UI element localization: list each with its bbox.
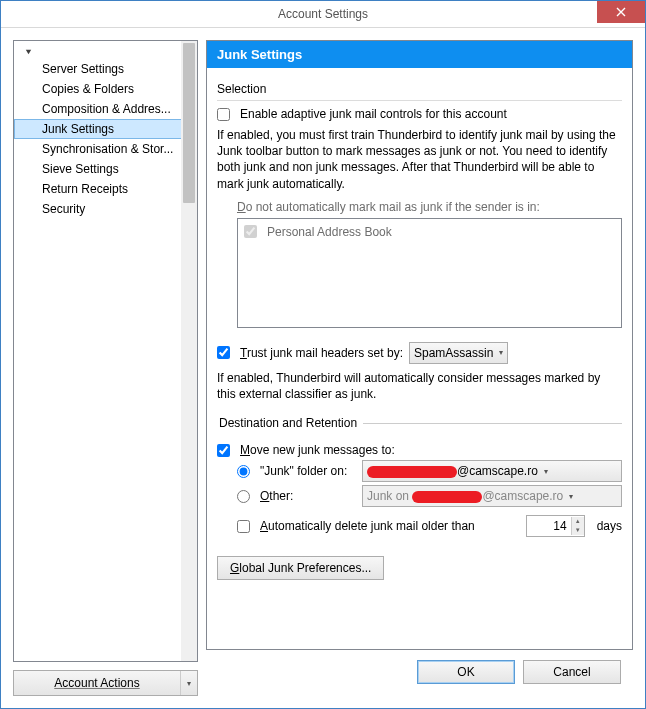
junk-folder-combo[interactable]: @camscape.ro ▾	[362, 460, 622, 482]
account-tree: Server SettingsCopies & FoldersCompositi…	[13, 40, 198, 662]
sidebar-item[interactable]: Composition & Addres...	[14, 99, 197, 119]
other-folder-combo[interactable]: Junk on @camscape.ro ▾	[362, 485, 622, 507]
junk-folder-row[interactable]: "Junk" folder on: @camscape.ro ▾	[237, 460, 622, 482]
account-actions-dropdown[interactable]: ▾	[180, 671, 197, 695]
other-folder-row[interactable]: Other: Junk on @camscape.ro ▾	[237, 485, 622, 507]
whitelist-label: Do not automatically mark mail as junk i…	[237, 200, 622, 214]
sidebar-item[interactable]: Security	[14, 199, 197, 219]
dialog-footer: OK Cancel	[206, 650, 633, 696]
destination-fieldset: Destination and Retention Move new junk …	[217, 416, 622, 540]
trust-headers-help: If enabled, Thunderbird will automatical…	[217, 370, 622, 402]
sidebar-item[interactable]: Sieve Settings	[14, 159, 197, 179]
autodelete-days-spinner[interactable]: ▲▼	[526, 515, 585, 537]
section-selection-label: Selection	[217, 82, 622, 96]
destination-legend: Destination and Retention	[217, 416, 363, 430]
sidebar-scrollbar[interactable]	[181, 41, 197, 661]
sidebar-item[interactable]: Copies & Folders	[14, 79, 197, 99]
window-title: Account Settings	[1, 7, 645, 21]
enable-adaptive-label: Enable adaptive junk mail controls for t…	[240, 107, 507, 121]
sidebar: Server SettingsCopies & FoldersCompositi…	[13, 40, 198, 696]
account-actions-label: Account Actions	[54, 676, 139, 690]
move-junk-checkbox[interactable]	[217, 444, 230, 457]
move-junk-label: Move new junk messages to:	[240, 443, 395, 457]
enable-adaptive-help: If enabled, you must first train Thunder…	[217, 127, 622, 192]
whitelist-item-label: Personal Address Book	[267, 225, 392, 239]
chevron-down-icon	[24, 47, 33, 56]
other-folder-radio[interactable]	[237, 490, 250, 503]
whitelist-listbox: Personal Address Book	[237, 218, 622, 328]
autodelete-checkbox[interactable]	[237, 520, 250, 533]
global-junk-prefs-button[interactable]: Global Junk Preferences...	[217, 556, 384, 580]
spin-up-icon[interactable]: ▲	[572, 517, 584, 526]
autodelete-unit: days	[597, 519, 622, 533]
trust-headers-combo[interactable]: SpamAssassin ▾	[409, 342, 508, 364]
other-folder-value: Junk on @camscape.ro	[367, 489, 563, 503]
cancel-button[interactable]: Cancel	[523, 660, 621, 684]
scrollbar-thumb[interactable]	[183, 43, 195, 203]
sidebar-item[interactable]: Return Receipts	[14, 179, 197, 199]
tree-collapse-toggle[interactable]	[14, 45, 197, 59]
trust-headers-label: Trust junk mail headers set by:	[240, 346, 403, 360]
autodelete-days-input[interactable]	[527, 517, 571, 535]
panel-heading: Junk Settings	[207, 41, 632, 68]
chevron-down-icon: ▾	[499, 348, 503, 357]
content-column: Junk Settings Selection Enable adaptive …	[206, 40, 633, 696]
autodelete-label: Automatically delete junk mail older tha…	[260, 519, 475, 533]
trust-headers-row[interactable]: Trust junk mail headers set by: SpamAssa…	[217, 342, 622, 364]
settings-panel: Junk Settings Selection Enable adaptive …	[206, 40, 633, 650]
other-folder-label: Other:	[260, 489, 356, 503]
account-actions-button[interactable]: Account Actions ▾	[13, 670, 198, 696]
move-junk-row[interactable]: Move new junk messages to:	[217, 443, 622, 457]
enable-adaptive-checkbox[interactable]	[217, 108, 230, 121]
chevron-down-icon: ▾	[544, 467, 548, 476]
trust-headers-checkbox[interactable]	[217, 346, 230, 359]
junk-folder-radio[interactable]	[237, 465, 250, 478]
chevron-down-icon: ▾	[569, 492, 573, 501]
account-settings-window: Account Settings Server SettingsCopies &…	[0, 0, 646, 709]
whitelist-item[interactable]: Personal Address Book	[244, 225, 615, 239]
whitelist-item-checkbox[interactable]	[244, 225, 257, 238]
close-button[interactable]	[597, 1, 645, 23]
autodelete-row[interactable]: Automatically delete junk mail older tha…	[237, 515, 622, 537]
sidebar-item[interactable]: Synchronisation & Stor...	[14, 139, 197, 159]
dialog-body: Server SettingsCopies & FoldersCompositi…	[1, 28, 645, 708]
sidebar-item[interactable]: Junk Settings	[14, 119, 197, 139]
trust-headers-value: SpamAssassin	[414, 346, 493, 360]
titlebar: Account Settings	[1, 1, 645, 28]
enable-adaptive-row[interactable]: Enable adaptive junk mail controls for t…	[217, 107, 622, 121]
close-icon	[616, 7, 626, 17]
junk-folder-label: "Junk" folder on:	[260, 464, 356, 478]
sidebar-item[interactable]: Server Settings	[14, 59, 197, 79]
ok-button[interactable]: OK	[417, 660, 515, 684]
spin-down-icon[interactable]: ▼	[572, 526, 584, 535]
junk-folder-value: @camscape.ro	[367, 464, 538, 478]
